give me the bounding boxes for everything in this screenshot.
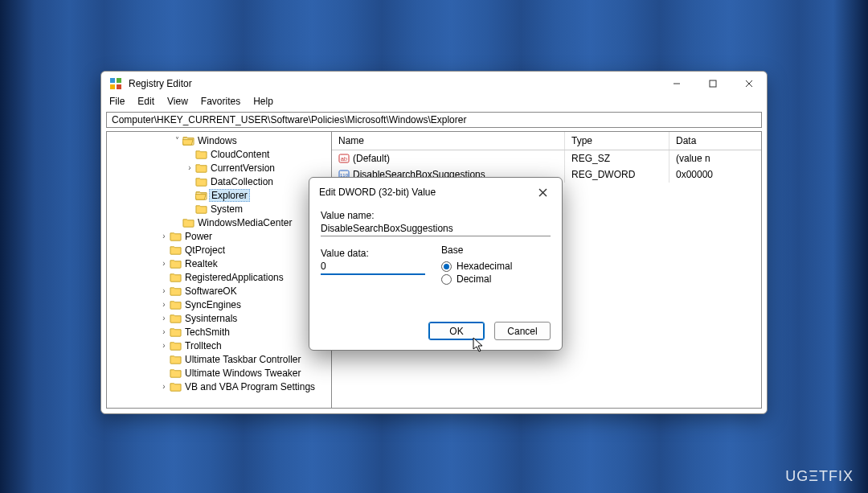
radio-icon: [441, 261, 452, 272]
tree-node[interactable]: WindowsMediaCenter: [107, 216, 331, 229]
folder-icon: [170, 231, 182, 241]
tree-node[interactable]: ˅Windows: [107, 134, 331, 147]
menubar: File Edit View Favorites Help: [101, 96, 767, 112]
folder-icon: [170, 313, 182, 323]
column-headers: Name Type Data: [332, 132, 761, 150]
minimize-button[interactable]: [658, 72, 694, 96]
tree-node[interactable]: ›Power: [107, 229, 331, 243]
tree-node[interactable]: ›VB and VBA Program Settings: [107, 380, 331, 393]
dialog-close-button[interactable]: [531, 184, 554, 200]
chevron-right-icon[interactable]: ›: [158, 259, 170, 268]
folder-icon: [170, 258, 182, 269]
watermark: UGΞTFIX: [785, 468, 854, 485]
maximize-button[interactable]: [694, 72, 731, 96]
tree-node[interactable]: System: [107, 202, 331, 216]
menu-file[interactable]: File: [109, 96, 125, 109]
tree-node-label: CloudContent: [211, 149, 269, 160]
window-title: Registry Editor: [129, 78, 192, 89]
menu-view[interactable]: View: [167, 96, 188, 109]
svg-rect-1: [117, 78, 121, 83]
tree-node-label: TechSmith: [185, 327, 230, 338]
chevron-right-icon[interactable]: ›: [158, 314, 170, 323]
ok-button[interactable]: OK: [428, 322, 485, 340]
value-data-field[interactable]: 0: [321, 259, 425, 275]
address-bar[interactable]: Computer\HKEY_CURRENT_USER\Software\Poli…: [106, 112, 762, 128]
app-icon: [109, 77, 122, 90]
tree-node-label: System: [211, 203, 243, 215]
chevron-right-icon[interactable]: ›: [158, 300, 170, 309]
chevron-down-icon[interactable]: ˅: [171, 136, 182, 145]
tree-node-label: Trolltech: [185, 340, 222, 351]
column-type[interactable]: Type: [565, 132, 669, 150]
close-button[interactable]: [731, 72, 767, 96]
chevron-right-icon[interactable]: ›: [158, 382, 170, 391]
tree-node-label: Ultimate Windows Tweaker: [185, 368, 301, 379]
tree-node-label: Power: [185, 231, 212, 242]
radio-icon: [441, 274, 452, 285]
tree-node-label: Windows: [198, 135, 237, 146]
menu-edit[interactable]: Edit: [137, 96, 154, 109]
radio-hexadecimal[interactable]: Hexadecimal: [441, 261, 512, 272]
value-data: (value n: [669, 150, 761, 166]
folder-icon: [170, 272, 182, 282]
folder-icon: [170, 299, 182, 310]
tree-node[interactable]: ›Sysinternals: [107, 311, 331, 325]
value-type: REG_DWORD: [565, 166, 669, 183]
tree-node-label: RegisteredApplications: [185, 272, 284, 283]
folder-open-icon: [182, 135, 194, 146]
radio-decimal[interactable]: Decimal: [441, 273, 512, 285]
radio-hex-label: Hexadecimal: [457, 261, 512, 272]
value-data: 0x00000: [669, 166, 761, 183]
svg-text:ab: ab: [341, 156, 347, 162]
svg-rect-5: [710, 80, 716, 87]
chevron-right-icon[interactable]: ›: [158, 327, 170, 336]
value-name-field[interactable]: DisableSearchBoxSuggestions: [321, 221, 551, 236]
tree-node[interactable]: ›SoftwareOK: [107, 284, 331, 298]
tree-node[interactable]: Ultimate Windows Tweaker: [107, 366, 331, 380]
chevron-right-icon[interactable]: ›: [158, 232, 170, 240]
tree-node[interactable]: ›Realtek: [107, 257, 331, 270]
tree-node[interactable]: RegisteredApplications: [107, 270, 331, 284]
folder-icon: [170, 340, 182, 351]
dialog-title: Edit DWORD (32-bit) Value: [319, 187, 436, 198]
folder-icon: [170, 327, 182, 337]
tree-node[interactable]: ›TechSmith: [107, 325, 331, 339]
tree-node[interactable]: QtProject: [107, 243, 331, 257]
tree-node[interactable]: CloudContent: [107, 147, 331, 161]
tree-node-label: SoftwareOK: [185, 286, 237, 297]
folder-icon: [195, 176, 207, 187]
tree-node-label: WindowsMediaCenter: [198, 217, 292, 228]
folder-icon: [182, 217, 194, 228]
tree-node-label: SyncEngines: [185, 299, 241, 310]
cancel-button[interactable]: Cancel: [494, 322, 551, 340]
tree-node-label: DataCollection: [211, 176, 273, 187]
tree-node-label: Ultimate Taskbar Controller: [185, 354, 301, 365]
chevron-right-icon[interactable]: ›: [158, 341, 170, 350]
folder-icon: [170, 354, 182, 364]
tree-node[interactable]: ›CurrentVersion: [107, 161, 331, 175]
tree-node-label: Realtek: [185, 258, 218, 269]
tree-node[interactable]: DataCollection: [107, 175, 331, 188]
chevron-right-icon[interactable]: ›: [158, 286, 170, 295]
menu-favorites[interactable]: Favorites: [201, 96, 240, 109]
titlebar[interactable]: Registry Editor: [101, 72, 767, 96]
folder-icon: [195, 162, 207, 173]
value-name-label: Value name:: [321, 210, 551, 221]
column-data[interactable]: Data: [669, 132, 761, 150]
column-name[interactable]: Name: [332, 132, 565, 150]
value-row[interactable]: ab(Default)REG_SZ(value n: [332, 150, 761, 166]
svg-rect-0: [110, 78, 115, 83]
tree-node[interactable]: ›SyncEngines: [107, 298, 331, 311]
tree-node-label: QtProject: [185, 244, 225, 256]
tree-node-label: Sysinternals: [185, 313, 237, 324]
value-name: (Default): [353, 153, 390, 164]
tree-pane[interactable]: ˅WindowsCloudContent›CurrentVersionDataC…: [107, 132, 332, 408]
tree-node[interactable]: ›Trolltech: [107, 339, 331, 352]
chevron-right-icon[interactable]: ›: [184, 163, 195, 172]
value-type: REG_SZ: [565, 150, 669, 166]
menu-help[interactable]: Help: [253, 96, 273, 109]
tree-node[interactable]: Explorer: [107, 188, 331, 202]
edit-dword-dialog: Edit DWORD (32-bit) Value Value name: Di…: [309, 177, 563, 351]
radio-dec-label: Decimal: [457, 273, 491, 285]
tree-node[interactable]: Ultimate Taskbar Controller: [107, 352, 331, 366]
